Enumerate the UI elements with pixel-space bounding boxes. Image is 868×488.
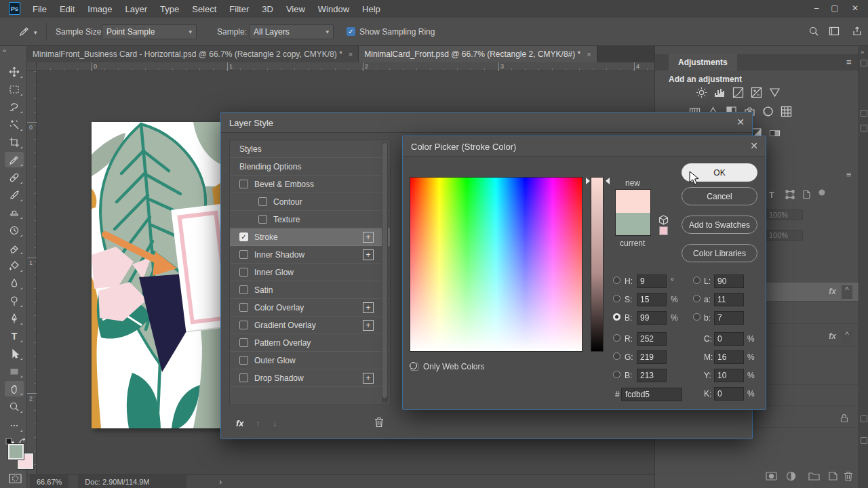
slider-arrow-right-icon[interactable] (606, 178, 610, 184)
fill-value[interactable]: 100% (765, 230, 803, 241)
close-tab-icon[interactable]: × (349, 50, 353, 58)
new-adjustment-layer-icon[interactable] (786, 471, 796, 483)
workspace-icon[interactable] (829, 26, 840, 39)
field-input-S[interactable]: 15 (637, 293, 667, 306)
eyedropper-tool[interactable] (5, 152, 24, 167)
paint-bucket-tool-icon[interactable] (5, 258, 24, 273)
vertical-ruler[interactable]: 0 1 2 (27, 71, 37, 474)
close-icon[interactable]: ✕ (748, 140, 760, 151)
status-expand-icon[interactable]: › (219, 477, 222, 487)
style-checkbox[interactable] (239, 285, 248, 294)
field-input-K[interactable]: 0 (714, 387, 744, 401)
eraser-tool-icon[interactable] (5, 240, 24, 256)
field-input-b[interactable]: 7 (714, 311, 744, 325)
style-item-stroke[interactable]: ✓Stroke+ (230, 228, 390, 246)
style-item-gradient-overlay[interactable]: Gradient Overlay+ (230, 317, 390, 334)
radio-b[interactable] (693, 313, 701, 321)
delete-effect-icon[interactable] (374, 417, 384, 430)
panel-icon[interactable] (861, 437, 867, 444)
magic-wand-tool-icon[interactable] (5, 117, 24, 132)
expand-dock-icon[interactable]: » (861, 49, 863, 56)
brightness-contrast-icon[interactable] (694, 85, 708, 99)
radio-H[interactable] (613, 277, 620, 284)
menu-layer[interactable]: Layer (125, 4, 148, 14)
clone-stamp-tool-icon[interactable] (5, 205, 24, 220)
radio-L[interactable] (693, 277, 701, 284)
style-item-blending-options[interactable]: Blending Options (230, 158, 390, 176)
healing-brush-tool-icon[interactable] (5, 169, 24, 185)
zoom-level[interactable]: 66.67% (30, 475, 68, 488)
move-effect-up-icon[interactable]: ↑ (256, 418, 261, 428)
panel-icon[interactable] (861, 110, 867, 117)
radio-S[interactable] (613, 295, 620, 302)
color-field[interactable] (410, 177, 583, 352)
menu-edit[interactable]: Edit (60, 4, 75, 14)
layers-menu-icon[interactable]: ≡ (846, 169, 852, 180)
share-icon[interactable] (852, 26, 863, 39)
crop-tool-icon[interactable] (5, 134, 24, 150)
menu-view[interactable]: View (286, 4, 305, 14)
style-checkbox[interactable] (239, 180, 248, 188)
field-input-M[interactable]: 16 (714, 350, 744, 364)
style-checkbox[interactable] (239, 321, 248, 329)
style-item-pattern-overlay[interactable]: Pattern Overlay (230, 334, 390, 352)
tool-preset-caret-icon[interactable]: ▾ (34, 29, 37, 36)
scrollbar[interactable] (382, 142, 388, 403)
style-item-inner-shadow[interactable]: Inner Shadow+ (230, 246, 390, 264)
add-instance-icon[interactable]: + (363, 249, 374, 260)
brush-tool-icon[interactable] (5, 187, 24, 203)
menu-window[interactable]: Window (318, 4, 349, 14)
style-item-inner-glow[interactable]: Inner Glow (230, 264, 390, 281)
move-effect-down-icon[interactable]: ↓ (273, 418, 277, 428)
style-item-color-overlay[interactable]: Color Overlay+ (230, 299, 390, 317)
document-tab-1[interactable]: MinimalFront_Business Card - Horizontal.… (27, 46, 359, 62)
horizontal-ruler[interactable]: 0 1 2 3 4 (37, 62, 654, 71)
brightness-slider[interactable] (591, 177, 604, 352)
field-input-B[interactable]: 213 (637, 369, 667, 382)
gradient-map-icon[interactable] (768, 126, 781, 140)
layer-style-titlebar[interactable] (221, 113, 752, 133)
field-input-a[interactable]: 11 (714, 293, 744, 306)
field-input-L[interactable]: 90 (714, 274, 744, 288)
document-tab-2[interactable]: MinimalCard_Front.psd @ 66.7% (Rectangle… (359, 46, 597, 62)
filter-smart-object-icon[interactable] (802, 190, 811, 201)
add-instance-icon[interactable]: + (363, 232, 374, 243)
web-safe-swatch[interactable] (659, 226, 668, 235)
field-input-H[interactable]: 9 (637, 274, 667, 288)
style-checkbox[interactable] (258, 197, 267, 206)
style-item-satin[interactable]: Satin (230, 281, 390, 299)
maximize-button[interactable]: ▢ (829, 3, 841, 13)
pen-tool-icon[interactable] (5, 310, 24, 326)
curves-icon[interactable] (731, 85, 745, 99)
blur-tool-icon[interactable] (5, 275, 24, 291)
style-item-outer-glow[interactable]: Outer Glow (230, 352, 390, 369)
close-tab-icon[interactable]: × (587, 50, 591, 58)
filter-shape-icon[interactable] (785, 190, 795, 201)
style-item-styles[interactable]: Styles (230, 140, 390, 158)
opacity-value[interactable]: 100% (765, 209, 803, 220)
rectangular-marquee-tool-icon[interactable] (5, 81, 24, 97)
color-libraries-button[interactable]: Color Libraries (682, 244, 757, 262)
style-item-bevel-emboss[interactable]: Bevel & Emboss (230, 176, 390, 193)
field-input-G[interactable]: 219 (637, 350, 667, 364)
radio-a[interactable] (693, 295, 701, 302)
new-group-icon[interactable] (808, 471, 820, 483)
minimize-button[interactable]: – (810, 3, 823, 13)
new-layer-icon[interactable] (828, 471, 838, 483)
add-instance-icon[interactable]: + (363, 302, 374, 313)
vibrance-icon[interactable] (768, 85, 781, 99)
ruler-origin[interactable] (27, 62, 37, 71)
foreground-color-swatch[interactable] (8, 444, 24, 460)
layer-row-background[interactable] (747, 409, 859, 428)
add-instance-icon[interactable]: + (363, 320, 374, 331)
move-tool-icon[interactable] (5, 64, 24, 79)
dodge-tool-icon[interactable] (5, 293, 24, 308)
zoom-tool-icon[interactable] (5, 399, 24, 414)
add-effect-button[interactable]: fx (236, 418, 244, 428)
add-to-swatches-button[interactable]: Add to Swatches (682, 216, 757, 234)
menu-help[interactable]: Help (362, 4, 380, 14)
more-tools-icon[interactable] (5, 418, 24, 433)
color-lookup-icon[interactable] (779, 104, 793, 118)
style-checkbox[interactable] (239, 268, 248, 277)
filter-attribute-icon[interactable] (818, 188, 826, 199)
